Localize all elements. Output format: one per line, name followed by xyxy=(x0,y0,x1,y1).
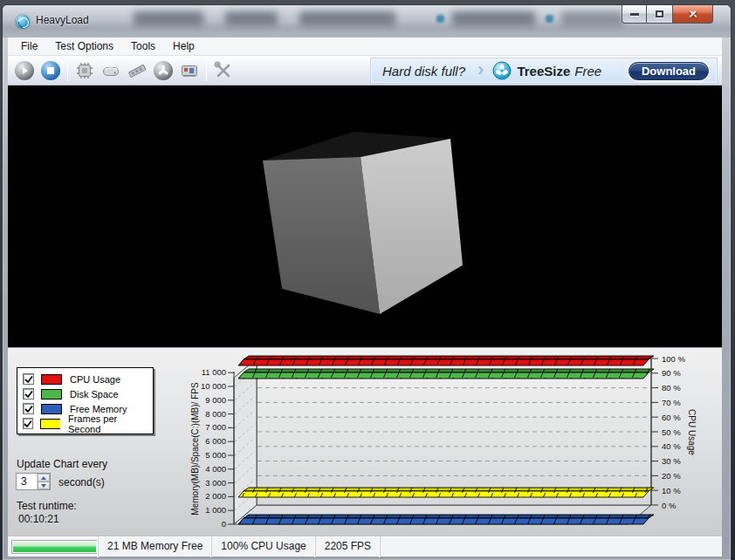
svg-text:8 000: 8 000 xyxy=(205,409,226,419)
disk-write-button[interactable] xyxy=(98,58,124,84)
minimize-icon xyxy=(630,13,639,16)
minimize-button[interactable] xyxy=(622,5,647,24)
interval-spinner[interactable]: 3 xyxy=(16,473,51,490)
checkmark-icon xyxy=(24,420,32,428)
chart-legend: CPU Usage Disk Space xyxy=(17,367,154,434)
menu-bar: File Test Options Tools Help xyxy=(8,38,722,56)
interval-value[interactable]: 3 xyxy=(17,474,37,489)
legend-row-disk: Disk Space xyxy=(23,386,148,401)
menu-tools[interactable]: Tools xyxy=(122,38,164,55)
svg-text:60 %: 60 % xyxy=(662,413,681,422)
download-button[interactable]: Download xyxy=(629,62,709,80)
glass-blur-decoration xyxy=(134,11,203,25)
treesize-brand-variant: Free xyxy=(574,64,601,79)
chart-left-wall xyxy=(234,359,257,524)
heavyload-window: HeavyLoad File Test Options Tools Help xyxy=(2,4,732,560)
svg-text:2 000: 2 000 xyxy=(205,491,226,501)
memory-color-swatch xyxy=(41,404,62,414)
screen: HeavyLoad File Test Options Tools Help xyxy=(0,0,735,560)
disk-color-swatch xyxy=(41,389,62,400)
svg-text:0 %: 0 % xyxy=(662,501,677,510)
arrow-down-icon xyxy=(41,484,46,488)
right-axis-labels: 0 % 10 % 20 % 30 % 40 % 50 % 60 % 70 % 8… xyxy=(662,354,685,510)
cpu-chip-icon xyxy=(74,60,95,81)
cpu-usage-checkbox[interactable] xyxy=(23,373,34,385)
free-memory-checkbox[interactable] xyxy=(23,403,34,414)
cube-left-face xyxy=(263,157,380,314)
close-icon xyxy=(688,9,698,19)
fps-color-swatch xyxy=(40,419,60,429)
tools-icon xyxy=(213,60,234,81)
fps-ribbon xyxy=(238,488,654,497)
ram-module-icon xyxy=(127,60,148,81)
svg-text:4 000: 4 000 xyxy=(205,464,226,474)
svg-text:70 %: 70 % xyxy=(662,398,681,407)
glass-blur-decoration xyxy=(225,11,278,25)
treesize-ad-banner[interactable]: Hard disk full? › xyxy=(371,58,717,83)
glass-blur-decoration xyxy=(561,11,622,25)
settings-button[interactable] xyxy=(210,58,237,84)
toolbar-separator xyxy=(206,60,207,81)
svg-text:5 000: 5 000 xyxy=(205,450,226,460)
gpu-render-viewport xyxy=(8,85,722,347)
banner-question: Hard disk full? xyxy=(382,64,465,79)
memory-progress-bar xyxy=(11,540,98,554)
checkmark-icon xyxy=(24,390,33,399)
fan-stress-button[interactable] xyxy=(150,58,176,84)
play-icon xyxy=(15,61,34,80)
svg-text:10 000: 10 000 xyxy=(201,381,226,391)
interval-unit-label: second(s) xyxy=(58,476,105,488)
spinner-buttons xyxy=(37,474,50,489)
stop-icon xyxy=(41,61,60,80)
menu-help[interactable]: Help xyxy=(164,38,203,55)
svg-text:20 %: 20 % xyxy=(662,471,681,481)
close-button[interactable] xyxy=(672,5,713,24)
treesize-brand: TreeSize xyxy=(517,64,570,79)
fan-icon xyxy=(154,61,173,80)
cpu-stress-button[interactable] xyxy=(72,58,98,84)
arrow-up-icon xyxy=(41,476,46,480)
stop-test-button[interactable] xyxy=(38,58,64,84)
spinner-down-button[interactable] xyxy=(38,481,50,489)
memory-allocate-button[interactable] xyxy=(124,58,150,84)
svg-text:6 000: 6 000 xyxy=(205,436,226,446)
svg-text:10 %: 10 % xyxy=(662,486,681,495)
maximize-icon xyxy=(656,10,663,17)
svg-text:30 %: 30 % xyxy=(662,456,681,466)
status-memory: 21 MB Memory Free xyxy=(98,536,211,557)
disk-space-checkbox[interactable] xyxy=(23,388,34,400)
svg-text:40 %: 40 % xyxy=(662,441,681,451)
cpu-color-swatch xyxy=(41,374,62,385)
svg-text:1 000: 1 000 xyxy=(205,505,226,515)
left-axis-labels: 0 1 000 2 000 3 000 4 000 5 000 6 000 7 … xyxy=(201,367,226,529)
svg-text:7 000: 7 000 xyxy=(205,422,226,432)
title-bar[interactable]: HeavyLoad xyxy=(3,5,731,38)
svg-text:0: 0 xyxy=(222,519,226,529)
cpu-usage-ribbon xyxy=(238,356,654,365)
fps-checkbox[interactable] xyxy=(23,418,33,429)
monitor-panel: CPU Usage Disk Space xyxy=(8,347,722,536)
performance-chart: 0 1 000 2 000 3 000 4 000 5 000 6 000 7 … xyxy=(182,348,717,535)
right-axis-ticks xyxy=(651,359,658,505)
checkmark-icon xyxy=(24,375,33,384)
gpu-stress-button[interactable] xyxy=(176,58,203,84)
window-title: HeavyLoad xyxy=(36,14,89,26)
maximize-button[interactable] xyxy=(647,5,672,24)
start-test-button[interactable] xyxy=(11,58,38,84)
glass-blur-decoration xyxy=(546,15,553,23)
svg-text:50 %: 50 % xyxy=(662,427,681,437)
chevron-right-icon: › xyxy=(477,58,484,81)
toolbar: Hard disk full? › xyxy=(8,56,722,85)
glass-blur-decoration xyxy=(452,11,535,25)
spinner-up-button[interactable] xyxy=(38,474,50,481)
checkmark-icon xyxy=(24,405,33,413)
svg-text:80 %: 80 % xyxy=(662,383,681,393)
runtime-value: 00:10:21 xyxy=(18,513,59,525)
legend-label: Disk Space xyxy=(70,389,119,400)
menu-file[interactable]: File xyxy=(12,38,46,55)
status-cpu: 100% CPU Usage xyxy=(211,536,314,557)
legend-label: CPU Usage xyxy=(70,374,120,385)
glass-blur-decoration xyxy=(436,15,444,23)
graphics-card-icon xyxy=(179,60,200,81)
menu-test-options[interactable]: Test Options xyxy=(46,38,122,55)
